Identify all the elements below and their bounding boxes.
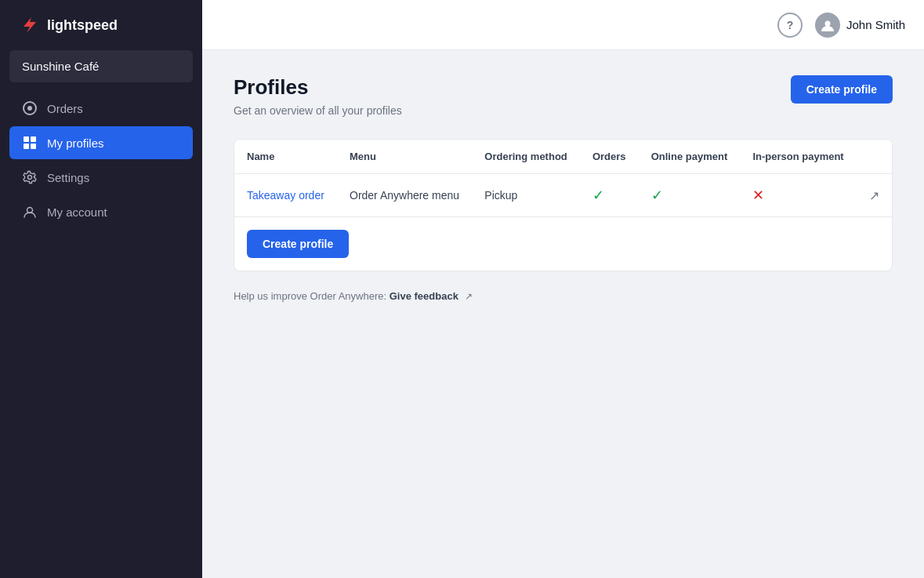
lightspeed-logo-icon — [16, 13, 41, 38]
sidebar-item-my-profiles-label: My profiles — [47, 136, 104, 150]
page-subtitle: Get an overview of all your profiles — [234, 104, 402, 117]
sidebar-logo: lightspeed — [0, 0, 202, 50]
sidebar-item-orders-label: Orders — [47, 102, 83, 115]
page-header-text: Profiles Get an overview of all your pro… — [234, 75, 402, 117]
page-title: Profiles — [234, 75, 402, 100]
feedback-external-icon: ↗ — [465, 291, 473, 302]
table-footer: Create profile — [234, 216, 892, 271]
col-orders: Orders — [580, 140, 639, 174]
row-name: Takeaway order — [234, 174, 337, 217]
svg-rect-3 — [24, 136, 29, 142]
content: Profiles Get an overview of all your pro… — [202, 50, 924, 578]
row-online-payment: ✓ — [639, 174, 741, 217]
feedback-section: Help us improve Order Anywhere: Give fee… — [234, 290, 893, 302]
online-payment-check-icon: ✓ — [651, 187, 663, 203]
header: ? John Smith — [202, 0, 924, 50]
col-name: Name — [234, 140, 337, 174]
profiles-table-card: Name Menu Ordering method Orders Online … — [234, 139, 893, 271]
my-account-icon — [22, 204, 38, 220]
feedback-prefix: Help us improve Order Anywhere: — [234, 290, 386, 302]
row-external-link: ↗ — [857, 174, 892, 217]
table-row: Takeaway order Order Anywhere menu Picku… — [234, 174, 892, 217]
main-area: ? John Smith Profiles Get an overview of… — [202, 0, 924, 578]
create-profile-button-bottom[interactable]: Create profile — [247, 230, 349, 258]
nav-menu: Orders My profiles Settings — [0, 89, 202, 231]
my-profiles-icon — [22, 135, 38, 151]
feedback-link[interactable]: Give feedback — [390, 290, 458, 302]
sidebar-item-my-account[interactable]: My account — [9, 195, 193, 228]
help-icon: ? — [787, 19, 794, 31]
svg-rect-4 — [31, 136, 36, 142]
sidebar-item-orders[interactable]: Orders — [9, 92, 193, 125]
cafe-name: Sunshine Café — [9, 50, 193, 82]
user-menu[interactable]: John Smith — [815, 13, 905, 38]
profile-link[interactable]: Takeaway order — [247, 189, 324, 202]
sidebar-item-my-account-label: My account — [47, 205, 107, 219]
row-ordering-method: Pickup — [472, 174, 580, 217]
settings-icon — [22, 169, 38, 185]
sidebar: lightspeed Sunshine Café Orders — [0, 0, 202, 578]
profiles-table: Name Menu Ordering method Orders Online … — [234, 140, 892, 216]
avatar — [815, 13, 840, 38]
sidebar-item-my-profiles[interactable]: My profiles — [9, 126, 193, 159]
svg-point-8 — [824, 20, 830, 26]
row-in-person-payment: ✕ — [740, 174, 857, 217]
svg-point-2 — [27, 106, 32, 111]
help-button[interactable]: ? — [777, 13, 803, 38]
col-in-person-payment: In-person payment — [740, 140, 857, 174]
col-online-payment: Online payment — [639, 140, 741, 174]
logo-text: lightspeed — [47, 17, 118, 34]
orders-icon — [22, 100, 38, 116]
svg-rect-5 — [24, 144, 29, 149]
row-menu: Order Anywhere menu — [337, 174, 472, 217]
sidebar-item-settings-label: Settings — [47, 171, 89, 184]
svg-rect-6 — [31, 144, 36, 149]
create-profile-button-top[interactable]: Create profile — [791, 75, 893, 104]
orders-check-icon: ✓ — [592, 187, 604, 203]
in-person-payment-cross-icon: ✕ — [752, 187, 764, 203]
sidebar-item-settings[interactable]: Settings — [9, 161, 193, 194]
page-header: Profiles Get an overview of all your pro… — [234, 75, 893, 117]
col-ordering-method: Ordering method — [472, 140, 580, 174]
external-link-icon[interactable]: ↗ — [869, 189, 879, 202]
user-name: John Smith — [846, 18, 905, 31]
col-menu: Menu — [337, 140, 472, 174]
row-orders: ✓ — [580, 174, 639, 217]
col-actions — [857, 140, 892, 174]
